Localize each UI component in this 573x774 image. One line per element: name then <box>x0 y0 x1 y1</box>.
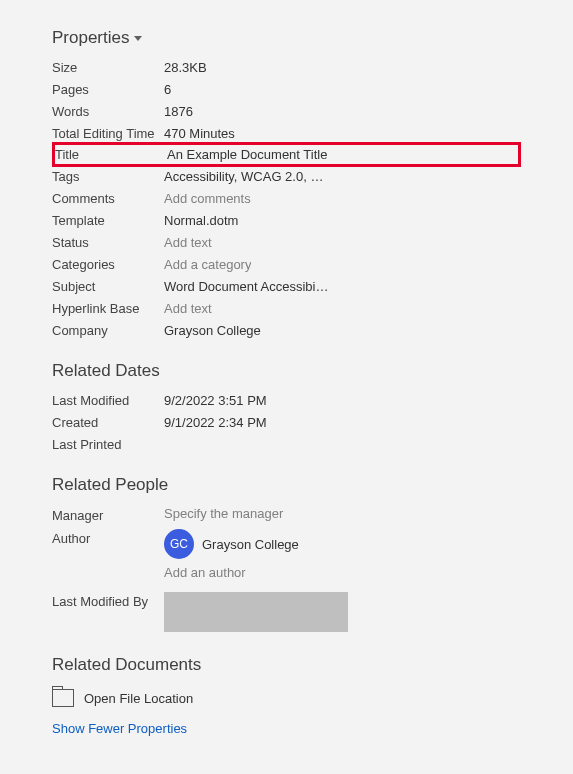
property-label: Comments <box>52 191 164 206</box>
property-value: Normal.dotm <box>164 213 238 228</box>
related-people-header: Related People <box>52 475 168 495</box>
property-row: CommentsAdd comments <box>52 187 521 209</box>
property-row: Total Editing Time470 Minutes <box>52 122 521 144</box>
property-label: Total Editing Time <box>52 126 164 141</box>
property-row: CompanyGrayson College <box>52 319 521 341</box>
related-documents-header: Related Documents <box>52 655 201 675</box>
property-value[interactable]: Accessibility, WCAG 2.0, … <box>164 169 323 184</box>
open-file-location-label: Open File Location <box>84 691 193 706</box>
property-label: Template <box>52 213 164 228</box>
property-label: Words <box>52 104 164 119</box>
property-row: SubjectWord Document Accessibi… <box>52 275 521 297</box>
properties-header[interactable]: Properties <box>52 28 142 48</box>
author-entry[interactable]: GC Grayson College <box>164 529 299 559</box>
property-value: 470 Minutes <box>164 126 235 141</box>
folder-icon <box>52 689 74 707</box>
property-label: Last Printed <box>52 437 164 452</box>
property-label: Title <box>55 147 167 162</box>
property-row: Last Modified9/2/2022 3:51 PM <box>52 389 521 411</box>
property-label: Company <box>52 323 164 338</box>
property-row: Last Printed <box>52 433 521 455</box>
author-name: Grayson College <box>202 537 299 552</box>
property-label: Status <box>52 235 164 250</box>
property-row: Pages6 <box>52 78 521 100</box>
last-modified-by-label: Last Modified By <box>52 592 164 632</box>
property-label: Tags <box>52 169 164 184</box>
related-dates-header: Related Dates <box>52 361 160 381</box>
property-label: Subject <box>52 279 164 294</box>
chevron-down-icon <box>134 36 142 41</box>
property-value[interactable]: Add text <box>164 301 212 316</box>
property-value: 28.3KB <box>164 60 207 75</box>
property-value: 9/2/2022 3:51 PM <box>164 393 267 408</box>
property-row: StatusAdd text <box>52 231 521 253</box>
property-row: Created9/1/2022 2:34 PM <box>52 411 521 433</box>
property-label: Created <box>52 415 164 430</box>
property-value[interactable]: Add a category <box>164 257 251 272</box>
property-value[interactable]: An Example Document Title <box>167 147 327 162</box>
avatar: GC <box>164 529 194 559</box>
property-label: Categories <box>52 257 164 272</box>
property-row: Size28.3KB <box>52 56 521 78</box>
property-label: Last Modified <box>52 393 164 408</box>
property-row: TagsAccessibility, WCAG 2.0, … <box>52 165 521 187</box>
author-label: Author <box>52 529 164 580</box>
open-file-location-button[interactable]: Open File Location <box>52 689 521 707</box>
properties-header-text: Properties <box>52 28 129 48</box>
property-label: Size <box>52 60 164 75</box>
property-row: Hyperlink BaseAdd text <box>52 297 521 319</box>
property-value[interactable]: Grayson College <box>164 323 261 338</box>
property-row: TitleAn Example Document Title <box>52 142 521 167</box>
show-fewer-properties-link[interactable]: Show Fewer Properties <box>52 721 187 736</box>
property-value[interactable]: Add text <box>164 235 212 250</box>
property-value: 1876 <box>164 104 193 119</box>
property-value[interactable]: Add comments <box>164 191 251 206</box>
property-row: CategoriesAdd a category <box>52 253 521 275</box>
property-row: TemplateNormal.dotm <box>52 209 521 231</box>
property-label: Pages <box>52 82 164 97</box>
add-author-placeholder[interactable]: Add an author <box>164 565 299 580</box>
last-modified-by-redacted <box>164 592 348 632</box>
manager-placeholder[interactable]: Specify the manager <box>164 506 283 521</box>
manager-label: Manager <box>52 506 164 523</box>
property-value[interactable]: Word Document Accessibi… <box>164 279 329 294</box>
property-label: Hyperlink Base <box>52 301 164 316</box>
property-row: Words1876 <box>52 100 521 122</box>
property-value: 6 <box>164 82 171 97</box>
property-value: 9/1/2022 2:34 PM <box>164 415 267 430</box>
